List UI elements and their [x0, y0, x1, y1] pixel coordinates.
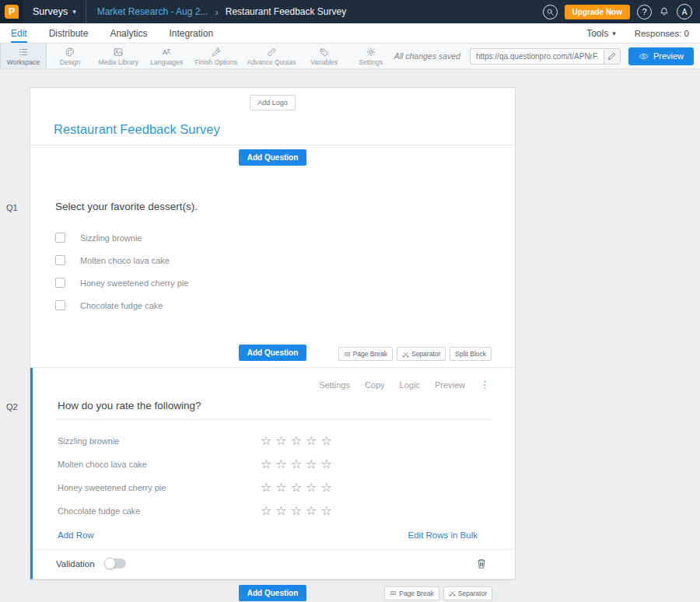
edit-url-button[interactable] — [604, 48, 621, 65]
page-break-button[interactable]: Page Break — [384, 586, 439, 600]
preview-button[interactable]: Preview — [628, 47, 694, 65]
checkbox[interactable] — [55, 255, 65, 265]
checkbox[interactable] — [55, 278, 65, 288]
avatar[interactable]: A — [677, 4, 692, 19]
split-block-label: Split Block — [455, 350, 486, 358]
page-break-label: Page Break — [399, 590, 433, 597]
separator-button[interactable]: Separator — [397, 347, 446, 361]
tools-label: Tools — [586, 28, 608, 39]
star-icon[interactable]: ☆ — [291, 435, 302, 447]
tab-edit[interactable]: Edit — [11, 23, 27, 43]
star-icon[interactable]: ☆ — [261, 435, 271, 447]
checkbox-option[interactable]: Sizzling brownie — [55, 232, 490, 243]
breadcrumb-chevron-icon: › — [215, 6, 218, 18]
rating-row: Molten choco lava cake ☆☆☆☆☆ — [56, 453, 492, 476]
question-copy-button[interactable]: Copy — [365, 380, 385, 390]
toolbar-item-settings[interactable]: Settings — [348, 44, 394, 68]
tools-menu[interactable]: Tools ▾ — [586, 23, 616, 43]
star-icon[interactable]: ☆ — [306, 505, 317, 517]
notifications-bell-icon[interactable] — [659, 6, 670, 17]
toolbar-item-languages[interactable]: Languages — [143, 44, 190, 68]
checkbox[interactable] — [55, 300, 65, 310]
question-block-q2-selected[interactable]: Settings Copy Logic Preview ⋮ How do you… — [30, 368, 515, 579]
star-icon[interactable]: ☆ — [261, 505, 271, 517]
q2-question-text[interactable]: How do you rate the following? — [56, 400, 492, 420]
delete-question-trash-icon[interactable] — [476, 558, 487, 569]
checkbox-option[interactable]: Chocolate fudge cake — [55, 299, 490, 311]
star-icon[interactable]: ☆ — [275, 481, 286, 494]
star-icon[interactable]: ☆ — [306, 458, 317, 471]
star-icon[interactable]: ☆ — [275, 505, 286, 517]
add-row-link[interactable]: Add Row — [58, 530, 94, 540]
upgrade-button[interactable]: Upgrade Now — [565, 5, 630, 19]
separator-button[interactable]: Separator — [443, 586, 492, 600]
toolbar-item-design[interactable]: Design — [47, 44, 93, 68]
eye-icon — [639, 51, 649, 61]
star-icon[interactable]: ☆ — [306, 435, 317, 447]
option-label: Sizzling brownie — [80, 233, 142, 243]
option-label: Molten choco lava cake — [80, 256, 170, 265]
edit-rows-in-bulk-link[interactable]: Edit Rows in Bulk — [408, 530, 478, 540]
page-break-button[interactable]: Page Break — [338, 347, 393, 361]
toolbar-item-advance-quotas[interactable]: Advance Quotas — [242, 44, 300, 68]
add-question-button[interactable]: Add Question — [239, 585, 307, 601]
star-icon[interactable]: ☆ — [291, 505, 302, 517]
star-icon[interactable]: ☆ — [320, 481, 331, 494]
star-icon[interactable]: ☆ — [261, 481, 271, 494]
toggle-knob — [104, 558, 116, 569]
rating-row-label: Honey sweetened cherry pie — [56, 483, 261, 492]
pencil-icon — [607, 52, 616, 61]
question-logic-button[interactable]: Logic — [400, 380, 420, 390]
block-actions: Page Break Separator Split Block — [338, 347, 492, 361]
star-icon[interactable]: ☆ — [320, 505, 331, 517]
surveys-label: Surveys — [33, 6, 68, 17]
tab-distribute[interactable]: Distribute — [49, 23, 89, 43]
separator-icon — [402, 351, 409, 358]
questionpro-logo[interactable]: P — [0, 0, 23, 23]
question-block-q1[interactable]: Select your favorite dessert(s). Sizzlin… — [30, 170, 515, 368]
split-block-button[interactable]: Split Block — [450, 347, 492, 361]
checkbox-option[interactable]: Honey sweetened cherry pie — [55, 277, 490, 289]
help-icon[interactable]: ? — [637, 5, 652, 19]
rating-row: Chocolate fudge cake ☆☆☆☆☆ — [56, 499, 492, 523]
star-icon[interactable]: ☆ — [291, 458, 302, 471]
survey-title[interactable]: Restaurant Feedback Survey — [30, 110, 515, 137]
toolbar-item-label: Settings — [359, 58, 383, 66]
responses-count[interactable]: Responses: 0 — [635, 23, 689, 43]
question-preview-button[interactable]: Preview — [435, 380, 465, 390]
star-icon[interactable]: ☆ — [275, 458, 286, 471]
toolbar-item-media-library[interactable]: Media Library — [93, 44, 143, 68]
surveys-menu[interactable]: Surveys ▾ — [23, 0, 86, 23]
star-icon[interactable]: ☆ — [320, 435, 331, 447]
tab-label: Distribute — [49, 28, 89, 39]
tab-integration[interactable]: Integration — [169, 23, 213, 43]
question-settings-button[interactable]: Settings — [319, 380, 350, 390]
question-number-q2: Q2 — [6, 402, 18, 411]
breadcrumb-folder[interactable]: Market Research - Aug 2... — [97, 6, 208, 17]
star-icon[interactable]: ☆ — [306, 481, 317, 494]
add-question-button[interactable]: Add Question — [239, 149, 307, 166]
checkbox[interactable] — [55, 233, 65, 243]
more-options-icon[interactable]: ⋮ — [480, 379, 490, 390]
toolbar-item-workspace[interactable]: Workspace — [0, 44, 47, 68]
avatar-letter: A — [682, 8, 688, 16]
option-label: Chocolate fudge cake — [80, 301, 163, 310]
toolbar-item-variables[interactable]: Variables — [301, 44, 348, 68]
search-icon[interactable] — [543, 5, 558, 19]
toolbar-item-label: Variables — [310, 58, 338, 66]
star-icon[interactable]: ☆ — [320, 458, 331, 471]
rating-rows: Sizzling brownie ☆☆☆☆☆ Molten choco lava… — [56, 420, 492, 524]
logo-letter: P — [5, 5, 19, 19]
toolbar-item-finish-options[interactable]: Finish Options — [190, 44, 242, 68]
star-icon[interactable]: ☆ — [261, 458, 271, 471]
add-question-button[interactable]: Add Question — [239, 345, 307, 361]
checkbox-option[interactable]: Molten choco lava cake — [55, 254, 490, 266]
q1-question-text[interactable]: Select your favorite dessert(s). — [55, 201, 490, 212]
autosave-status: All changes saved — [394, 51, 460, 61]
validation-toggle[interactable] — [105, 558, 126, 569]
survey-url-input[interactable] — [470, 48, 604, 65]
add-logo-button[interactable]: Add Logo — [250, 95, 296, 110]
star-icon[interactable]: ☆ — [291, 481, 302, 494]
star-icon[interactable]: ☆ — [275, 435, 286, 447]
tab-analytics[interactable]: Analytics — [110, 23, 147, 43]
